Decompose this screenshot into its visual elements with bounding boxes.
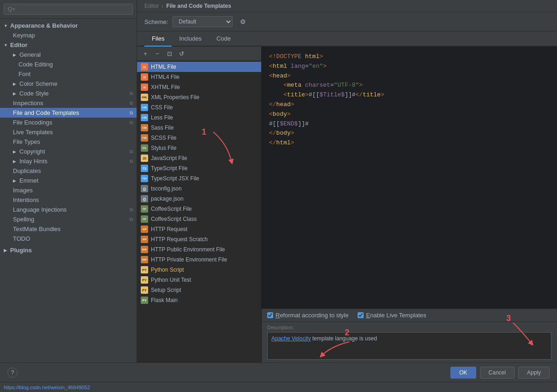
help-button[interactable]: ? (7, 368, 18, 378)
scheme-select[interactable]: Default Project (173, 16, 233, 27)
file-item-xml-props[interactable]: XML XML Properties File (137, 92, 261, 102)
file-icon-coffee-class: CF (141, 215, 148, 223)
sidebar-item-code-editing[interactable]: Code Editing (0, 59, 137, 69)
file-item-setup-script[interactable]: PY Setup Script (137, 285, 261, 295)
sidebar-item-textmate[interactable]: TextMate Bundles (0, 224, 137, 234)
reformat-label: Reformat according to style (276, 312, 348, 319)
search-input[interactable] (4, 4, 133, 15)
file-icon-http-req: API (141, 226, 148, 233)
file-label-scss: SCSS File (151, 135, 176, 141)
sidebar-item-lang-injections[interactable]: Language Injections ⧉ (0, 205, 137, 214)
sidebar-item-font[interactable]: Font (0, 69, 137, 79)
file-icon-xhtml: H (141, 83, 148, 91)
file-list-panel: + − ⊡ ↺ H HTML File H (137, 47, 262, 362)
file-icon-python-script: PY (141, 266, 148, 273)
file-item-http-public[interactable]: ENV HTTP Public Environment File (137, 244, 261, 255)
sidebar-item-general[interactable]: ▶ General (0, 50, 137, 59)
code-line-1: <!DOCTYPE html> (269, 52, 550, 62)
file-item-tsx[interactable]: TSX TypeScript JSX File (137, 173, 261, 184)
file-item-flask-main[interactable]: PY Flask Main (137, 295, 261, 305)
sidebar-label-textmate: TextMate Bundles (13, 226, 60, 232)
sidebar: ▼ Appearance & Behavior Keymap ▼ Editor … (0, 0, 137, 362)
file-item-http-scratch[interactable]: API HTTP Request Scratch (137, 234, 261, 244)
file-label-xml-props: XML Properties File (151, 94, 199, 101)
file-label-stylus: Stylus File (151, 145, 176, 151)
file-item-xhtml[interactable]: H XHTML File (137, 82, 261, 92)
file-label-package: package.json (151, 196, 184, 202)
file-item-less[interactable]: CSS Less File (137, 113, 261, 123)
sidebar-label-live-templates: Live Templates (13, 129, 53, 136)
sidebar-item-color-scheme[interactable]: ▶ Color Scheme (0, 79, 137, 89)
file-icon-css: CSS (141, 104, 148, 111)
sidebar-item-live-templates[interactable]: Live Templates (0, 127, 137, 137)
tab-files[interactable]: Files (144, 31, 172, 47)
sidebar-item-copyright[interactable]: ▶ Copyright ⧉ (0, 147, 137, 156)
sidebar-item-todo[interactable]: TODO (0, 234, 137, 244)
sidebar-item-intentions[interactable]: Intentions (0, 195, 137, 205)
sidebar-label-inlay-hints: Inlay Hints (19, 158, 48, 165)
file-item-coffee[interactable]: CF CoffeeScript File (137, 204, 261, 214)
file-icon-tsx: TSX (141, 175, 148, 182)
sidebar-item-plugins[interactable]: ▶ Plugins (0, 245, 137, 255)
ok-button[interactable]: OK (450, 367, 476, 379)
file-item-stylus[interactable]: SYL Stylus File (137, 143, 261, 153)
gear-button[interactable]: ⚙ (237, 16, 248, 27)
cancel-button[interactable]: Cancel (480, 367, 515, 379)
file-label-html4: HTML4 File (151, 74, 180, 80)
file-label-less: Less File (151, 114, 173, 121)
sidebar-item-images[interactable]: Images (0, 185, 137, 195)
remove-template-button[interactable]: − (152, 48, 163, 59)
live-templates-option[interactable]: Enable Live Templates (358, 312, 426, 319)
file-label-tsconfig: tsconfig.json (151, 185, 182, 192)
sidebar-item-inspections[interactable]: Inspections ⧉ (0, 98, 137, 108)
sidebar-item-keymap[interactable]: Keymap (0, 30, 137, 40)
sidebar-item-file-code-templates[interactable]: File and Code Templates ⧉ (0, 108, 137, 118)
reformat-option[interactable]: Reformat according to style (267, 312, 348, 319)
code-line-4: <meta charset="UTF-8"> (269, 81, 550, 90)
file-item-scss[interactable]: CSS SCSS File (137, 133, 261, 143)
file-icon-ts: TS (141, 165, 148, 172)
sidebar-item-emmet[interactable]: ▶ Emmet (0, 176, 137, 185)
sidebar-item-appearance[interactable]: ▼ Appearance & Behavior (0, 21, 137, 30)
apply-button[interactable]: Apply (518, 367, 550, 379)
live-templates-checkbox[interactable] (358, 312, 364, 318)
file-item-coffee-class[interactable]: CF CoffeeScript Class (137, 214, 261, 224)
sidebar-label-intentions: Intentions (13, 196, 39, 203)
add-template-button[interactable]: + (140, 48, 151, 59)
breadcrumb-separator: › (162, 3, 163, 9)
file-item-ts[interactable]: TS TypeScript File (137, 163, 261, 173)
sidebar-item-file-types[interactable]: File Types (0, 137, 137, 147)
code-editor[interactable]: <!DOCTYPE html> <html lang="en"> <head> … (262, 47, 557, 309)
code-line-6: </head> (269, 100, 550, 110)
editor-options: Reformat according to style Enable Live … (262, 309, 557, 321)
copy-template-button[interactable]: ⊡ (164, 48, 175, 59)
file-icon-http-public: ENV (141, 246, 148, 253)
apache-velocity-link[interactable]: Apache Velocity (271, 335, 311, 342)
sidebar-item-code-style[interactable]: ▶ Code Style ⧉ (0, 89, 137, 98)
sidebar-item-inlay-hints[interactable]: ▶ Inlay Hints ⧉ (0, 156, 137, 166)
file-item-tsconfig[interactable]: {} tsconfig.json (137, 184, 261, 194)
reformat-checkbox[interactable] (267, 312, 273, 318)
sidebar-label-images: Images (13, 187, 33, 194)
file-item-css[interactable]: CSS CSS File (137, 102, 261, 113)
file-item-js[interactable]: JS JavaScript File (137, 153, 261, 163)
sidebar-item-editor[interactable]: ▼ Editor (0, 40, 137, 50)
sidebar-item-file-encodings[interactable]: File Encodings ⧉ (0, 118, 137, 127)
file-item-python-unit[interactable]: PY Python Unit Test (137, 275, 261, 285)
reset-template-button[interactable]: ↺ (176, 48, 187, 59)
file-item-html[interactable]: H HTML File (137, 62, 261, 72)
file-item-sass[interactable]: CSS Sass File (137, 123, 261, 133)
file-item-python-script[interactable]: PY Python Script (137, 265, 261, 275)
sidebar-item-duplicates[interactable]: Duplicates (0, 166, 137, 176)
sidebar-item-spelling[interactable]: Spelling ⧉ (0, 214, 137, 224)
file-label-http-req: HTTP Request (151, 226, 187, 232)
file-item-http-req[interactable]: API HTTP Request (137, 224, 261, 234)
tab-code[interactable]: Code (209, 31, 238, 47)
file-item-package[interactable]: {} package.json (137, 194, 261, 204)
tab-includes[interactable]: Includes (172, 31, 209, 47)
file-label-flask-main: Flask Main (151, 297, 178, 303)
status-url[interactable]: https://blog.csdn.net/weixin_46649052 (4, 385, 90, 390)
file-item-html4[interactable]: H HTML4 File (137, 72, 261, 82)
file-label-http-scratch: HTTP Request Scratch (151, 236, 208, 243)
file-item-http-private[interactable]: ENV HTTP Private Environment File (137, 255, 261, 265)
